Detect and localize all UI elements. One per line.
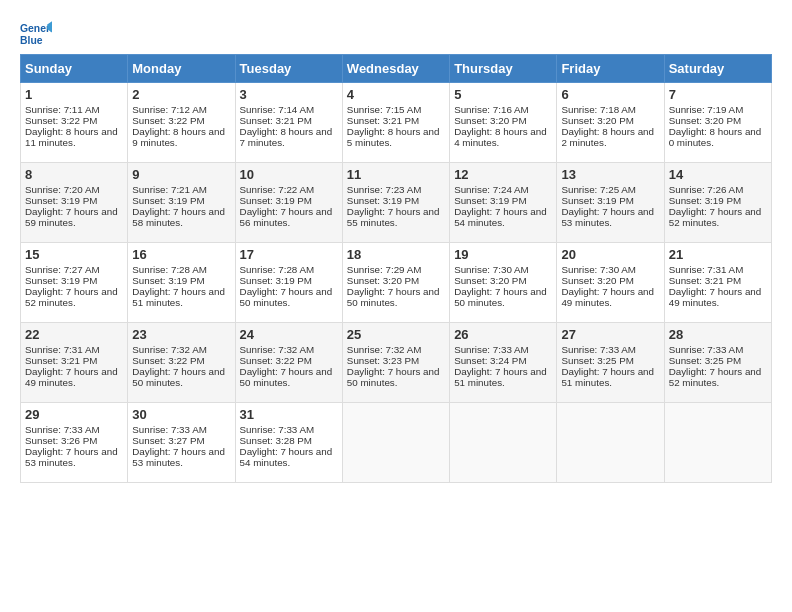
sunset: Sunset: 3:21 PM xyxy=(669,275,741,286)
sunset: Sunset: 3:19 PM xyxy=(454,195,526,206)
daylight: Daylight: 7 hours and 58 minutes. xyxy=(132,206,225,228)
sunset: Sunset: 3:21 PM xyxy=(240,115,312,126)
sunrise: Sunrise: 7:33 AM xyxy=(25,424,100,435)
day-number: 17 xyxy=(240,247,338,262)
calendar-cell: 1Sunrise: 7:11 AMSunset: 3:22 PMDaylight… xyxy=(21,83,128,163)
sunrise: Sunrise: 7:33 AM xyxy=(561,344,636,355)
calendar-cell: 9Sunrise: 7:21 AMSunset: 3:19 PMDaylight… xyxy=(128,163,235,243)
sunset: Sunset: 3:19 PM xyxy=(132,275,204,286)
calendar-cell: 20Sunrise: 7:30 AMSunset: 3:20 PMDayligh… xyxy=(557,243,664,323)
sunset: Sunset: 3:19 PM xyxy=(347,195,419,206)
day-number: 31 xyxy=(240,407,338,422)
day-header-saturday: Saturday xyxy=(664,55,771,83)
daylight: Daylight: 7 hours and 50 minutes. xyxy=(240,366,333,388)
calendar-cell: 17Sunrise: 7:28 AMSunset: 3:19 PMDayligh… xyxy=(235,243,342,323)
daylight: Daylight: 7 hours and 51 minutes. xyxy=(132,286,225,308)
sunrise: Sunrise: 7:32 AM xyxy=(132,344,207,355)
calendar-cell: 8Sunrise: 7:20 AMSunset: 3:19 PMDaylight… xyxy=(21,163,128,243)
sunrise: Sunrise: 7:30 AM xyxy=(561,264,636,275)
day-number: 2 xyxy=(132,87,230,102)
daylight: Daylight: 8 hours and 2 minutes. xyxy=(561,126,654,148)
calendar-cell: 6Sunrise: 7:18 AMSunset: 3:20 PMDaylight… xyxy=(557,83,664,163)
header: General Blue xyxy=(20,18,772,50)
day-header-tuesday: Tuesday xyxy=(235,55,342,83)
sunset: Sunset: 3:19 PM xyxy=(240,195,312,206)
daylight: Daylight: 7 hours and 52 minutes. xyxy=(669,206,762,228)
week-row-5: 29Sunrise: 7:33 AMSunset: 3:26 PMDayligh… xyxy=(21,403,772,483)
sunset: Sunset: 3:19 PM xyxy=(25,275,97,286)
sunset: Sunset: 3:22 PM xyxy=(240,355,312,366)
sunrise: Sunrise: 7:32 AM xyxy=(347,344,422,355)
sunrise: Sunrise: 7:28 AM xyxy=(132,264,207,275)
sunset: Sunset: 3:19 PM xyxy=(25,195,97,206)
day-number: 25 xyxy=(347,327,445,342)
logo: General Blue xyxy=(20,18,52,50)
daylight: Daylight: 8 hours and 5 minutes. xyxy=(347,126,440,148)
sunset: Sunset: 3:22 PM xyxy=(25,115,97,126)
day-number: 19 xyxy=(454,247,552,262)
sunrise: Sunrise: 7:27 AM xyxy=(25,264,100,275)
calendar-header-row: SundayMondayTuesdayWednesdayThursdayFrid… xyxy=(21,55,772,83)
sunset: Sunset: 3:20 PM xyxy=(669,115,741,126)
logo-icon: General Blue xyxy=(20,18,52,50)
sunrise: Sunrise: 7:15 AM xyxy=(347,104,422,115)
sunset: Sunset: 3:20 PM xyxy=(454,115,526,126)
day-number: 10 xyxy=(240,167,338,182)
day-number: 23 xyxy=(132,327,230,342)
calendar-cell: 2Sunrise: 7:12 AMSunset: 3:22 PMDaylight… xyxy=(128,83,235,163)
daylight: Daylight: 8 hours and 7 minutes. xyxy=(240,126,333,148)
day-number: 12 xyxy=(454,167,552,182)
day-number: 1 xyxy=(25,87,123,102)
day-number: 14 xyxy=(669,167,767,182)
calendar-cell: 29Sunrise: 7:33 AMSunset: 3:26 PMDayligh… xyxy=(21,403,128,483)
sunset: Sunset: 3:19 PM xyxy=(561,195,633,206)
sunrise: Sunrise: 7:31 AM xyxy=(669,264,744,275)
sunrise: Sunrise: 7:25 AM xyxy=(561,184,636,195)
sunset: Sunset: 3:26 PM xyxy=(25,435,97,446)
calendar-table: SundayMondayTuesdayWednesdayThursdayFrid… xyxy=(20,54,772,483)
daylight: Daylight: 7 hours and 50 minutes. xyxy=(240,286,333,308)
day-number: 16 xyxy=(132,247,230,262)
calendar-cell xyxy=(342,403,449,483)
sunrise: Sunrise: 7:14 AM xyxy=(240,104,315,115)
calendar-cell: 19Sunrise: 7:30 AMSunset: 3:20 PMDayligh… xyxy=(450,243,557,323)
sunrise: Sunrise: 7:28 AM xyxy=(240,264,315,275)
calendar-cell: 18Sunrise: 7:29 AMSunset: 3:20 PMDayligh… xyxy=(342,243,449,323)
day-number: 21 xyxy=(669,247,767,262)
calendar-cell: 23Sunrise: 7:32 AMSunset: 3:22 PMDayligh… xyxy=(128,323,235,403)
day-header-sunday: Sunday xyxy=(21,55,128,83)
week-row-4: 22Sunrise: 7:31 AMSunset: 3:21 PMDayligh… xyxy=(21,323,772,403)
daylight: Daylight: 7 hours and 49 minutes. xyxy=(561,286,654,308)
calendar-cell: 3Sunrise: 7:14 AMSunset: 3:21 PMDaylight… xyxy=(235,83,342,163)
sunset: Sunset: 3:24 PM xyxy=(454,355,526,366)
sunrise: Sunrise: 7:30 AM xyxy=(454,264,529,275)
daylight: Daylight: 7 hours and 51 minutes. xyxy=(454,366,547,388)
sunrise: Sunrise: 7:19 AM xyxy=(669,104,744,115)
sunrise: Sunrise: 7:18 AM xyxy=(561,104,636,115)
sunrise: Sunrise: 7:33 AM xyxy=(669,344,744,355)
daylight: Daylight: 7 hours and 49 minutes. xyxy=(25,366,118,388)
calendar-cell: 30Sunrise: 7:33 AMSunset: 3:27 PMDayligh… xyxy=(128,403,235,483)
sunset: Sunset: 3:19 PM xyxy=(669,195,741,206)
sunrise: Sunrise: 7:11 AM xyxy=(25,104,100,115)
sunrise: Sunrise: 7:22 AM xyxy=(240,184,315,195)
calendar-cell: 14Sunrise: 7:26 AMSunset: 3:19 PMDayligh… xyxy=(664,163,771,243)
daylight: Daylight: 7 hours and 53 minutes. xyxy=(132,446,225,468)
calendar-cell: 31Sunrise: 7:33 AMSunset: 3:28 PMDayligh… xyxy=(235,403,342,483)
daylight: Daylight: 8 hours and 11 minutes. xyxy=(25,126,118,148)
day-header-friday: Friday xyxy=(557,55,664,83)
day-number: 3 xyxy=(240,87,338,102)
week-row-2: 8Sunrise: 7:20 AMSunset: 3:19 PMDaylight… xyxy=(21,163,772,243)
sunset: Sunset: 3:22 PM xyxy=(132,355,204,366)
day-header-wednesday: Wednesday xyxy=(342,55,449,83)
day-number: 29 xyxy=(25,407,123,422)
calendar-cell: 12Sunrise: 7:24 AMSunset: 3:19 PMDayligh… xyxy=(450,163,557,243)
sunset: Sunset: 3:21 PM xyxy=(347,115,419,126)
calendar-cell: 16Sunrise: 7:28 AMSunset: 3:19 PMDayligh… xyxy=(128,243,235,323)
daylight: Daylight: 8 hours and 9 minutes. xyxy=(132,126,225,148)
calendar-cell: 27Sunrise: 7:33 AMSunset: 3:25 PMDayligh… xyxy=(557,323,664,403)
page-container: General Blue SundayMondayTuesdayWednesda… xyxy=(0,0,792,493)
day-number: 15 xyxy=(25,247,123,262)
sunset: Sunset: 3:28 PM xyxy=(240,435,312,446)
sunrise: Sunrise: 7:29 AM xyxy=(347,264,422,275)
